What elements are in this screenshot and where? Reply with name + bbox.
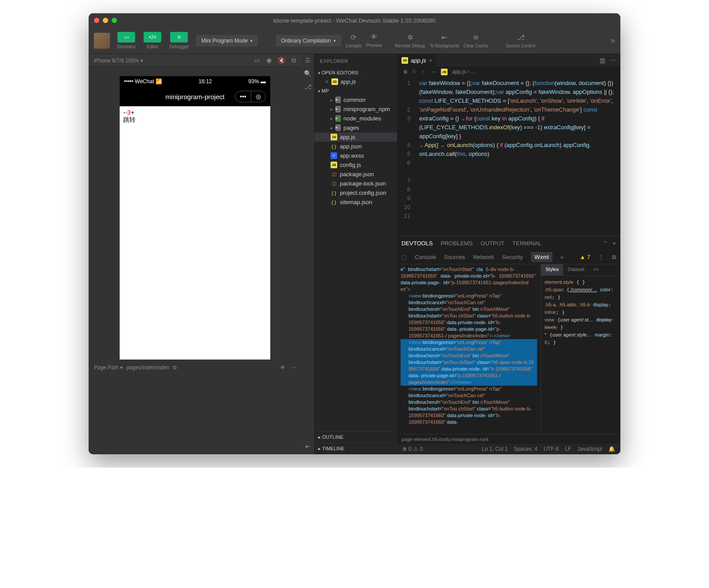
tree-item-project-config-json[interactable]: { }project.config.json — [315, 188, 397, 197]
explorer-panel: EXPLORER OPEN EDITORS ×JSapp.js MP ▸ ▸co… — [315, 54, 397, 454]
simulator-button[interactable]: ▭Simulator — [114, 32, 138, 49]
minimize-icon[interactable] — [103, 18, 108, 23]
warning-badge[interactable]: ▲ 7 — [580, 254, 590, 260]
simulator-panel: ••••• WeChat 📶 16:12 93% ▬ miniprogram-p… — [89, 67, 301, 375]
bell-icon[interactable]: 🔔 — [608, 446, 615, 452]
to-background-button[interactable]: ⇤To Background — [429, 33, 459, 48]
styles-tab[interactable]: Styles — [541, 264, 563, 275]
tree-item-node_modules[interactable]: ▸ ▸node_modules — [315, 114, 397, 123]
plus-button[interactable]: + — [131, 109, 134, 116]
more-icon[interactable]: » — [561, 254, 564, 260]
nav-link[interactable]: 跳转 — [123, 116, 136, 123]
source-control-button[interactable]: ⎇Source Control — [506, 33, 535, 48]
tree-item-sitemap-json[interactable]: { }sitemap.json — [315, 197, 397, 207]
preview-button[interactable]: 👁Preview — [366, 33, 382, 48]
device-icon[interactable]: ▭ — [254, 57, 260, 64]
editor-panel: JSapp.js× ▥⋯ ≣⚐←→ JSapp.js › ... 1 2 3 4… — [397, 54, 620, 454]
styles-body[interactable]: element.style { } .h5-span {./common/… c… — [541, 276, 620, 434]
tree-item-app-js[interactable]: JSapp.js — [315, 132, 397, 142]
record-icon[interactable]: ◉ — [266, 57, 272, 64]
encoding[interactable]: UTF-8 — [544, 446, 559, 452]
project-section[interactable]: MP — [315, 86, 397, 95]
more-icon[interactable]: » — [611, 36, 615, 45]
tree-item-common[interactable]: ▸ ▸common — [315, 95, 397, 104]
nav-bar: miniprogram-project ••• ◎ — [120, 87, 270, 106]
panel-network[interactable]: Network — [473, 254, 494, 260]
dataset-tab[interactable]: Dataset — [563, 264, 589, 275]
panel-console[interactable]: Console — [415, 254, 436, 260]
errors-count[interactable]: ⊗ 0 ⚠ 0 — [402, 446, 423, 452]
program-mode-dropdown[interactable]: Mini Program Mode — [196, 35, 258, 46]
language[interactable]: JavaScript — [577, 446, 602, 452]
list-icon[interactable]: ≣ — [403, 69, 408, 75]
open-editor-item[interactable]: ×JSapp.js — [315, 77, 397, 86]
target-icon[interactable]: ◎ — [251, 91, 265, 102]
tree-item-pages[interactable]: ▸ ▸pages — [315, 123, 397, 132]
tree-item-app-wxss[interactable]: ≡app.wxss — [315, 151, 397, 160]
panel-sources[interactable]: Sources — [444, 254, 465, 260]
eol[interactable]: LF — [565, 446, 571, 452]
inspect-icon[interactable]: ⬚ — [401, 254, 407, 260]
compilation-dropdown[interactable]: Ordinary Compilation — [276, 35, 341, 46]
more-tab[interactable]: >> — [589, 264, 604, 275]
tree-item-miniprogram_npm[interactable]: ▸ ▸miniprogram_npm — [315, 104, 397, 114]
device-selector[interactable]: iPhone 6/7/8 100% ▾ — [94, 58, 143, 64]
indent[interactable]: Spaces: 4 — [514, 446, 538, 452]
eye-icon[interactable]: 👁 — [280, 364, 285, 371]
code-editor[interactable]: 1 2 3 4 5 6 7 8 9 10 11 var fakeWindow =… — [397, 77, 620, 236]
debugger-button[interactable]: ≡Debugger — [167, 32, 191, 49]
devtools-tabs: DEVTOOLS PROBLEMS OUTPUT TERMINAL ⌃× — [397, 236, 620, 250]
window-title: kbone-template-preact - WeChat Devtools … — [89, 17, 620, 24]
panel-security[interactable]: Security — [502, 254, 523, 260]
breadcrumb: ≣⚐←→ JSapp.js › ... — [397, 66, 620, 77]
outline-section[interactable]: OUTLINE — [315, 431, 397, 443]
tab-output[interactable]: OUTPUT — [481, 240, 504, 247]
collapse-icon[interactable]: ⇤ — [305, 443, 311, 450]
back-icon[interactable]: ← — [421, 69, 427, 75]
explorer-icon[interactable]: ☰ — [305, 57, 311, 64]
close-tab-icon[interactable]: × — [429, 57, 432, 64]
timeline-section[interactable]: TIMELINE — [315, 443, 397, 454]
devtools-panels: ⬚ Console Sources Network Security Wxml … — [397, 250, 620, 264]
more-icon[interactable]: ⋯ — [610, 57, 616, 64]
tree-item-package-lock-json[interactable]: ◫package-lock.json — [315, 179, 397, 188]
copy-path-icon[interactable]: ⧉ — [173, 364, 177, 371]
tab-problems[interactable]: PROBLEMS — [441, 240, 473, 247]
dock-icon[interactable]: ⧉ — [612, 254, 616, 261]
traffic-lights — [94, 18, 117, 23]
open-editors-section[interactable]: OPEN EDITORS — [315, 68, 397, 77]
panel-wxml[interactable]: Wxml — [531, 252, 553, 262]
settings-icon[interactable]: ⋮ — [598, 254, 604, 260]
tree-item-config-js[interactable]: JSconfig.js — [315, 160, 397, 170]
compile-button[interactable]: ⟳Compile — [346, 33, 362, 48]
tree-item-app-json[interactable]: { }app.json — [315, 142, 397, 151]
expand-icon[interactable]: ⌃ — [603, 240, 608, 247]
tab-app-js[interactable]: JSapp.js× — [397, 54, 436, 66]
cursor-pos[interactable]: Ln 1, Col 1 — [482, 446, 508, 452]
tab-devtools[interactable]: DEVTOOLS — [401, 240, 433, 247]
avatar[interactable] — [94, 33, 110, 49]
more-icon[interactable]: ⋯ — [291, 364, 296, 371]
styles-panel: Styles Dataset >> element.style { } .h5-… — [541, 264, 620, 434]
tree-item-package-json[interactable]: ◫package.json — [315, 170, 397, 179]
copy-icon[interactable]: ⧉ — [292, 57, 296, 64]
editor-tabs: JSapp.js× ▥⋯ — [397, 54, 620, 66]
titlebar: kbone-template-preact - WeChat Devtools … — [89, 13, 620, 27]
sim-footer: Page Path ▾ pages/index/index ⧉ 👁⋯ — [89, 360, 301, 375]
editor-button[interactable]: </>Editor — [141, 32, 164, 49]
mute-icon[interactable]: 🔇 — [278, 57, 285, 64]
remote-debug-button[interactable]: ✲Remote Debug — [395, 33, 425, 48]
wxml-tree[interactable]: e" bindtouchstart="onTouchStart" cla 5-d… — [397, 264, 541, 434]
close-icon[interactable] — [94, 18, 99, 23]
fwd-icon[interactable]: → — [431, 69, 436, 75]
menu-icon[interactable]: ••• — [235, 91, 251, 102]
maximize-icon[interactable] — [112, 18, 117, 23]
git-icon[interactable]: ⎇ — [304, 83, 312, 90]
tab-terminal[interactable]: TERMINAL — [512, 240, 541, 247]
split-icon[interactable]: ▥ — [600, 57, 605, 64]
close-icon[interactable]: × — [612, 240, 616, 247]
phone-frame: ••••• WeChat 📶 16:12 93% ▬ miniprogram-p… — [120, 76, 270, 360]
search-icon[interactable]: 🔍 — [304, 70, 312, 77]
bookmark-icon[interactable]: ⚐ — [412, 69, 417, 75]
clear-cache-button[interactable]: ≋Clear Cache — [464, 33, 488, 48]
